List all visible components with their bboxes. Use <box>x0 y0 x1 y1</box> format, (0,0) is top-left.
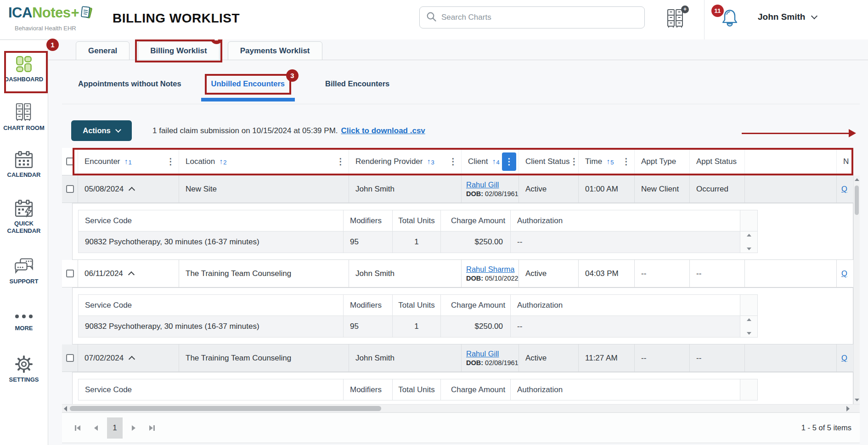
column-header-client[interactable]: Client↑4 <box>462 148 519 175</box>
column-menu-icon[interactable] <box>569 156 578 167</box>
sidebar-item-calendar[interactable]: CALENDAR <box>0 151 48 179</box>
spinner-up-icon[interactable] <box>747 234 751 237</box>
sidebar-item-support[interactable]: SUPPORT <box>0 258 48 285</box>
app-window: ICANotes+ Behavioral Health EHR BILLING … <box>0 0 868 445</box>
first-page-button[interactable] <box>70 417 85 439</box>
scroll-right-icon[interactable] <box>846 406 850 411</box>
collapse-chevron-up-icon[interactable] <box>128 271 135 278</box>
actions-button[interactable]: Actions <box>71 120 132 141</box>
sort-asc-icon: ↑ <box>606 158 610 166</box>
collapse-chevron-up-icon[interactable] <box>129 356 135 362</box>
service-row-spinner[interactable] <box>740 231 758 253</box>
chevron-down-icon <box>115 127 121 133</box>
appt-type-cell: -- <box>635 344 690 372</box>
chart-room-shortcut-icon[interactable]: + <box>667 8 687 30</box>
spacer-cell <box>745 260 837 287</box>
download-csv-link[interactable]: Click to download .csv <box>341 126 425 135</box>
note-link-truncated[interactable]: Q <box>841 269 847 278</box>
provider-cell: John Smith <box>349 175 462 203</box>
spinner-down-icon[interactable] <box>747 332 751 335</box>
search-charts-box[interactable] <box>419 6 645 28</box>
scroll-up-icon[interactable] <box>855 178 859 181</box>
service-row-spinner[interactable] <box>740 316 758 338</box>
client-link[interactable]: Rahul Gill <box>466 349 499 358</box>
collapse-chevron-up-icon[interactable] <box>129 187 135 193</box>
sidebar-item-quick-calendar[interactable]: QUICK CALENDAR <box>0 200 48 235</box>
row-checkbox[interactable] <box>66 185 74 193</box>
column-menu-icon[interactable] <box>166 156 175 167</box>
column-header-time[interactable]: Time↑5 <box>579 148 635 175</box>
horizontal-scrollbar[interactable] <box>62 404 860 412</box>
subtab-unbilled-encounters[interactable]: Unbilled Encounters 3 <box>211 79 285 88</box>
column-header-appt-status[interactable]: Appt Status <box>690 148 745 175</box>
column-header-note-truncated[interactable]: N <box>837 148 853 175</box>
encounter-row-2[interactable]: 06/11/2024 The Training Team Counseling … <box>62 260 853 287</box>
notifications-button[interactable]: 11 <box>720 7 741 29</box>
location-cell: The Training Team Counseling <box>179 344 349 372</box>
sidebar-item-chart-room[interactable]: CHART ROOM <box>0 102 48 132</box>
encounter-row-3[interactable]: 07/02/2024 The Training Team Counseling … <box>62 344 853 372</box>
sidebar-item-dashboard[interactable]: DASHBOARD <box>0 56 48 83</box>
appt-type-cell: New Client <box>635 175 690 203</box>
current-page-button[interactable]: 1 <box>107 417 123 439</box>
search-input[interactable] <box>441 13 638 22</box>
tab-billing-worklist[interactable]: Billing Worklist 2 <box>138 41 219 60</box>
last-page-button[interactable] <box>145 417 159 439</box>
pagination-summary: 1 - 5 of 5 items <box>801 423 851 432</box>
client-status-cell: Active <box>519 260 579 287</box>
row-checkbox[interactable] <box>66 270 74 277</box>
user-menu[interactable]: John Smith <box>758 12 817 22</box>
search-icon <box>426 11 437 24</box>
app-logo[interactable]: ICANotes+ Behavioral Health EHR <box>8 5 100 32</box>
vertical-scroll-thumb[interactable] <box>855 186 859 215</box>
column-header-client-status[interactable]: Client Status <box>519 148 579 175</box>
spacer-cell <box>745 175 837 203</box>
column-menu-active-icon[interactable] <box>502 152 516 171</box>
tab-general[interactable]: General <box>76 41 130 60</box>
column-header-location[interactable]: Location↑2 <box>179 148 349 175</box>
encounter-date-cell: 06/11/2024 <box>78 260 179 287</box>
vertical-scrollbar[interactable] <box>853 175 860 404</box>
time-cell: 11:27 AM <box>579 344 635 372</box>
subtab-billed-encounters[interactable]: Billed Encounters <box>325 79 389 88</box>
client-dob: DOB: 02/08/1961 <box>466 359 519 366</box>
column-menu-icon[interactable] <box>336 156 345 167</box>
total-units-value: 1 <box>393 316 441 338</box>
services-panel-1: Service Code Modifiers Total Units Charg… <box>62 203 853 260</box>
failed-claim-notice: 1 failed claim submission on 10/15/2024 … <box>152 120 425 141</box>
client-link[interactable]: Rahul Sharma <box>466 265 514 274</box>
column-header-encounter[interactable]: Encounter↑1 <box>78 148 179 175</box>
scroll-left-icon[interactable] <box>64 406 67 411</box>
prev-page-button[interactable] <box>89 417 103 439</box>
column-menu-icon[interactable] <box>622 156 631 167</box>
spinner-up-icon[interactable] <box>747 318 751 321</box>
sidebar-item-settings[interactable]: SETTINGS <box>0 355 48 383</box>
encounter-row-1[interactable]: 05/08/2024 New Site John Smith Rahul Gil… <box>62 175 853 203</box>
page-title: BILLING WORKLIST <box>113 11 240 26</box>
note-link-truncated[interactable]: Q <box>841 354 847 362</box>
spacer-cell <box>745 344 837 372</box>
scroll-down-icon[interactable] <box>855 399 859 401</box>
note-cell: Q <box>837 175 853 203</box>
tab-payments-worklist[interactable]: Payments Worklist <box>228 41 322 60</box>
select-all-checkbox[interactable] <box>66 158 74 165</box>
spinner-down-icon[interactable] <box>747 248 751 250</box>
sidebar-label-calendar: CALENDAR <box>0 171 48 179</box>
bell-icon <box>720 22 740 30</box>
file-cabinet-icon <box>0 102 48 122</box>
column-header-appt-type[interactable]: Appt Type <box>635 148 690 175</box>
sidebar-item-more[interactable]: MORE <box>0 310 48 332</box>
more-dots-icon <box>0 310 48 318</box>
next-page-button[interactable] <box>126 417 141 439</box>
column-header-spacer <box>745 148 837 175</box>
column-header-rendering-provider[interactable]: Rendering Provider↑3 <box>349 148 462 175</box>
subtab-appointments-without-notes[interactable]: Appointments without Notes <box>78 79 181 88</box>
horizontal-scroll-thumb[interactable] <box>70 406 381 411</box>
note-link-truncated[interactable]: Q <box>841 185 847 193</box>
sidebar-label-settings: SETTINGS <box>0 376 48 383</box>
client-link[interactable]: Rahul Gill <box>466 180 499 189</box>
row-checkbox[interactable] <box>66 354 74 362</box>
column-menu-icon[interactable] <box>449 156 457 167</box>
document-icon <box>80 6 93 24</box>
main-tabs: General Billing Worklist 2 Payments Work… <box>76 41 322 60</box>
